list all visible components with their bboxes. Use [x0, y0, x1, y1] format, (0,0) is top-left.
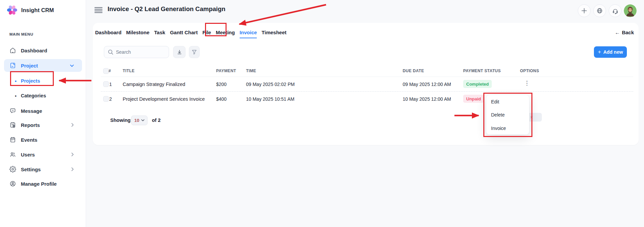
- sidebar-item-events[interactable]: Events: [0, 134, 86, 146]
- chevron-down-icon: [141, 119, 145, 122]
- tab-invoice[interactable]: Invoice: [240, 30, 257, 38]
- hamburger-menu-icon[interactable]: [94, 7, 103, 13]
- cell-num: 1: [109, 82, 112, 87]
- tab-bar: Dashboard Milestone Task Gantt Chart Fil…: [95, 30, 286, 38]
- column-header-title: TITLE: [123, 69, 134, 73]
- support-button[interactable]: [609, 4, 621, 17]
- search-icon: [108, 49, 113, 55]
- cell-payment: $400: [216, 96, 227, 102]
- globe-icon: [597, 8, 603, 14]
- chevron-right-icon: [71, 152, 75, 156]
- row-checkbox[interactable]: [103, 96, 109, 102]
- export-button[interactable]: [173, 46, 186, 58]
- chevron-right-icon: [71, 167, 75, 171]
- sidebar-item-reports[interactable]: Reports: [0, 119, 86, 131]
- sidebar-subitem-label: Projects: [21, 78, 40, 84]
- cell-payment: $200: [216, 82, 227, 87]
- profile-icon: [9, 180, 16, 187]
- total-label: of 2: [152, 118, 161, 123]
- cell-due-date: 10 May 2025 12:00 AM: [403, 96, 451, 102]
- sidebar-item-manage-profile[interactable]: Manage Profile: [0, 178, 86, 190]
- sidebar: Insight CRM MAIN MENU Dashboard Project: [0, 0, 86, 227]
- cell-time: 10 May 2025 10:51 AM: [246, 96, 294, 102]
- gear-icon: [9, 166, 16, 173]
- column-header-due-date: DUE DATE: [403, 69, 424, 73]
- add-new-label: Add new: [603, 49, 623, 55]
- page-title: Invoice - Q2 Lead Generation Campaign: [108, 5, 226, 13]
- bullet-icon: •: [15, 78, 16, 84]
- tab-gantt-chart[interactable]: Gantt Chart: [170, 30, 198, 38]
- sidebar-item-label: Reports: [21, 122, 40, 128]
- app-window: Insight CRM MAIN MENU Dashboard Project: [0, 0, 644, 227]
- status-badge: Unpaid: [463, 95, 484, 103]
- header-divider: [101, 77, 633, 77]
- page-size-select[interactable]: 10: [131, 116, 148, 125]
- add-new-button[interactable]: + Add new: [594, 46, 627, 58]
- back-button[interactable]: ← Back: [615, 30, 634, 35]
- plus-icon: +: [598, 49, 601, 55]
- report-icon: [9, 122, 16, 128]
- tab-task[interactable]: Task: [154, 30, 165, 38]
- sidebar-item-project[interactable]: Project: [4, 59, 82, 72]
- sidebar-item-label: Manage Profile: [21, 181, 57, 187]
- tab-meeting[interactable]: Meeting: [216, 30, 235, 38]
- tab-milestone[interactable]: Milestone: [126, 30, 149, 38]
- sidebar-subitem-label: Categories: [21, 93, 46, 98]
- column-header-payment: PAYMENT: [216, 69, 236, 73]
- search-box: [104, 46, 169, 58]
- add-quick-button[interactable]: [578, 4, 591, 17]
- column-header-num: #: [109, 69, 111, 73]
- sidebar-item-users[interactable]: Users: [0, 148, 86, 161]
- plus-icon: [581, 8, 587, 14]
- sidebar-item-message[interactable]: Message: [0, 105, 86, 117]
- row-options-menu: Edit Delete Invoice: [486, 95, 529, 135]
- sidebar-item-label: Project: [21, 63, 38, 69]
- search-input[interactable]: [116, 49, 163, 55]
- cell-num: 2: [109, 96, 112, 102]
- back-label: Back: [622, 30, 634, 35]
- showing-label: Showing:: [110, 118, 132, 123]
- home-icon: [9, 47, 16, 54]
- menu-item-delete[interactable]: Delete: [486, 108, 529, 122]
- clipped-background-pill: ✕: [528, 113, 542, 122]
- column-header-payment-status: PAYMENT STATUS: [463, 69, 501, 73]
- tab-dashboard[interactable]: Dashboard: [95, 30, 121, 38]
- avatar-image: [624, 4, 637, 17]
- sidebar-item-categories[interactable]: • Categories: [0, 90, 86, 102]
- sidebar-item-label: Settings: [21, 167, 41, 172]
- language-button[interactable]: [593, 4, 606, 17]
- cell-due-date: 09 May 2025 12:00 AM: [403, 82, 451, 87]
- clipped-glyph: ✕: [530, 115, 533, 120]
- sidebar-item-label: Dashboard: [21, 48, 47, 53]
- brand: Insight CRM: [6, 4, 54, 16]
- chevron-down-icon: [70, 64, 74, 67]
- back-arrow-icon: ←: [615, 30, 620, 35]
- download-icon: [177, 49, 182, 55]
- filter-icon: [192, 49, 197, 55]
- row-options-button[interactable]: ⋮: [524, 82, 530, 85]
- chat-icon: [9, 107, 16, 114]
- flower-logo-icon: [6, 4, 18, 16]
- column-header-options: OPTIONS: [520, 69, 539, 73]
- bullet-icon: •: [15, 93, 16, 99]
- sidebar-item-projects[interactable]: • Projects: [0, 75, 86, 87]
- sidebar-item-settings[interactable]: Settings: [0, 163, 86, 175]
- cell-time: 09 May 2025 02:02 PM: [246, 82, 295, 87]
- brand-name: Insight CRM: [21, 7, 54, 13]
- headset-icon: [612, 8, 618, 14]
- tab-timesheet[interactable]: Timesheet: [261, 30, 286, 38]
- user-avatar[interactable]: [624, 4, 637, 17]
- menu-item-edit[interactable]: Edit: [486, 95, 529, 108]
- document-icon: [9, 62, 16, 69]
- cell-title: Project Development Services Invoice: [123, 96, 205, 102]
- menu-item-invoice[interactable]: Invoice: [486, 122, 529, 135]
- tab-file[interactable]: File: [202, 30, 211, 38]
- select-all-checkbox[interactable]: [103, 68, 109, 74]
- users-icon: [9, 151, 16, 158]
- calendar-icon: [9, 136, 16, 143]
- row-checkbox[interactable]: [103, 81, 109, 87]
- filter-button[interactable]: [189, 46, 200, 58]
- sidebar-item-dashboard[interactable]: Dashboard: [0, 44, 86, 56]
- sidebar-section-label: MAIN MENU: [9, 32, 33, 36]
- sidebar-item-label: Users: [21, 152, 35, 157]
